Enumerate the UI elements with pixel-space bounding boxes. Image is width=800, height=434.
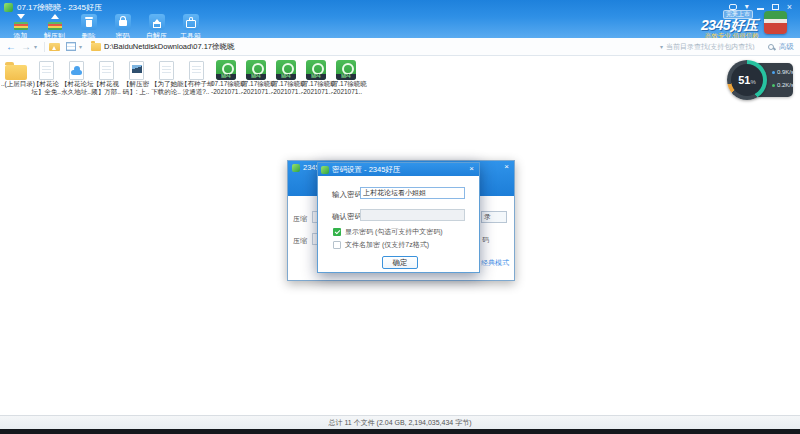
file-item[interactable]: MP4 07.17徐晓晓-2021071.. [301, 58, 331, 95]
file-item[interactable]: MP4 07.17徐晓晓-2021071.. [331, 58, 361, 95]
folder-icon [5, 65, 27, 80]
speed-widget[interactable]: 51% 0.9K/s 0.2K/s [727, 60, 793, 100]
selfextract-button[interactable]: 自解压 [141, 14, 172, 41]
compress-row2-label: 压缩 [293, 236, 307, 246]
show-password-text: 显示密码 (勾选可支持中文密码) [345, 227, 443, 237]
toolbox-button[interactable]: 工具箱 [175, 14, 206, 41]
gauge-percent: 51 [738, 74, 750, 86]
usage-gauge[interactable]: 51% [727, 60, 767, 100]
file-name: 【有种子却 [181, 80, 211, 88]
history-caret-icon[interactable]: ▾ [34, 43, 37, 50]
download-speed: 0.2K/s [777, 82, 794, 88]
up-folder-icon[interactable] [49, 43, 60, 51]
confirm-password-input[interactable] [360, 209, 465, 221]
image-file-icon [129, 61, 144, 80]
classic-mode-link[interactable]: 经典模式 [481, 258, 513, 268]
brand-area: 完美上市 2345好压 高效专业,值得信赖 [698, 9, 796, 38]
download-dot-icon [772, 84, 775, 87]
taskbar-strip [0, 429, 800, 434]
video-file-icon: MP4 [246, 60, 266, 80]
extract-icon [45, 14, 65, 30]
file-item[interactable]: 【村花论坛】全免.. [31, 58, 61, 95]
file-name: 07.17徐晓晓 [271, 80, 301, 88]
address-bar: ← → ▾ ▾ D:\BaiduNetdiskDownload\07.17徐晓晓… [0, 38, 800, 56]
search-input[interactable] [666, 43, 764, 50]
mp4-badge: MP4 [276, 74, 296, 80]
mp4-badge: MP4 [246, 74, 266, 80]
mp4-badge: MP4 [336, 74, 356, 80]
add-icon [11, 14, 31, 30]
add-button[interactable]: 添加 [5, 14, 36, 41]
password-button[interactable]: 密码 [107, 14, 138, 41]
enter-password-label: 输入密码 [332, 190, 362, 200]
toolbox-icon [181, 14, 201, 30]
file-name: 【村花论 [31, 80, 61, 88]
filename-encrypt-option[interactable]: 文件名加密 (仅支持7z格式) [333, 240, 429, 250]
lock-icon [113, 14, 133, 30]
url-file-icon [69, 61, 84, 80]
current-path[interactable]: D:\BaiduNetdiskDownload\07.17徐晓晓 [104, 42, 234, 52]
status-summary: 总计 11 个文件 (2.04 GB, 2,194,035,434 字节) [328, 419, 471, 426]
toolbar: 添加 解压到 删除 密码 [5, 14, 206, 41]
title-bar: 07.17徐晓晓 - 2345好压 ▾ × [0, 0, 800, 14]
ok-button[interactable]: 确定 [382, 256, 418, 269]
file-item[interactable]: 【解压密码】: 上.. [121, 58, 151, 95]
show-password-checkbox[interactable] [333, 228, 341, 236]
file-name: 07.17徐晓晓 [331, 80, 361, 88]
download-speed-row: 0.2K/s [772, 82, 794, 88]
forward-icon[interactable]: → [21, 42, 31, 52]
mp4-badge: MP4 [216, 74, 236, 80]
video-file-icon: MP4 [276, 60, 296, 80]
compress-row1-label: 压缩 [293, 214, 307, 224]
advanced-search-link[interactable]: 高级 [779, 42, 794, 52]
file-item[interactable]: MP4 07.17徐晓晓-2021071.. [271, 58, 301, 95]
view-mode-icon[interactable] [66, 42, 76, 51]
brand-logo-icon [764, 11, 787, 34]
app-icon [4, 3, 13, 12]
file-name: 【为了她能 [151, 80, 181, 88]
show-password-option[interactable]: 显示密码 (勾选可支持中文密码) [333, 227, 443, 237]
mp4-badge: MP4 [306, 74, 326, 80]
password-text-fragment: 码 [482, 235, 489, 245]
password-dialog-title: 密码设置 - 2345好压 [332, 165, 400, 175]
extract-to-button[interactable]: 解压到 [39, 14, 70, 41]
confirm-password-label: 确认密码 [332, 212, 362, 222]
path-caret-icon[interactable]: ▾ [660, 43, 663, 50]
file-item[interactable]: MP4 07.17徐晓晓-2021071.. [241, 58, 271, 95]
file-name: 【村花论坛 [61, 80, 91, 88]
path-box[interactable]: D:\BaiduNetdiskDownload\07.17徐晓晓 [91, 42, 657, 52]
file-name: 【解压密 [121, 80, 151, 88]
password-dialog-titlebar: 密码设置 - 2345好压 × [318, 163, 479, 176]
password-dialog-close-button[interactable]: × [469, 164, 474, 173]
text-file-icon [189, 61, 204, 80]
filename-encrypt-text: 文件名加密 (仅支持7z格式) [345, 240, 429, 250]
filename-encrypt-checkbox[interactable] [333, 241, 341, 249]
file-item[interactable]: 【为了她能下载的论.. [151, 58, 181, 95]
file-name: 07.17徐晓晓 [211, 80, 241, 88]
dialog-app-icon [321, 166, 329, 174]
file-item-parent-dir[interactable]: ..(上层目录) [1, 58, 31, 88]
search-box [666, 43, 774, 50]
file-item[interactable]: 【村花论坛永久地址.. [61, 58, 91, 95]
text-file-icon [159, 61, 174, 80]
file-item[interactable]: 【村花视频】万部.. [91, 58, 121, 95]
file-item[interactable]: 【有种子却没通道?.. [181, 58, 211, 95]
selfextract-icon [147, 14, 167, 30]
divider [44, 42, 45, 52]
top-bar: 07.17徐晓晓 - 2345好压 ▾ × 添加 解压到 [0, 0, 800, 38]
upload-speed: 0.9K/s [777, 69, 794, 75]
enter-password-input[interactable] [360, 187, 465, 199]
file-item[interactable]: MP4 07.17徐晓晓-2021071.. [211, 58, 241, 95]
text-file-icon [39, 61, 54, 80]
delete-button[interactable]: 删除 [73, 14, 104, 41]
search-icon[interactable] [768, 44, 774, 50]
view-caret-icon[interactable]: ▾ [79, 43, 82, 50]
video-file-icon: MP4 [336, 60, 356, 80]
password-dialog: 密码设置 - 2345好压 × 输入密码 确认密码 显示密码 (勾选可支持中文密… [317, 162, 480, 273]
compress-dialog-close-button[interactable]: × [504, 162, 509, 171]
back-icon[interactable]: ← [6, 42, 16, 52]
file-name: 【村花视 [91, 80, 121, 88]
browse-button-fragment[interactable]: 录 [481, 211, 507, 223]
dialog-app-icon [292, 164, 300, 172]
text-file-icon [99, 61, 114, 80]
